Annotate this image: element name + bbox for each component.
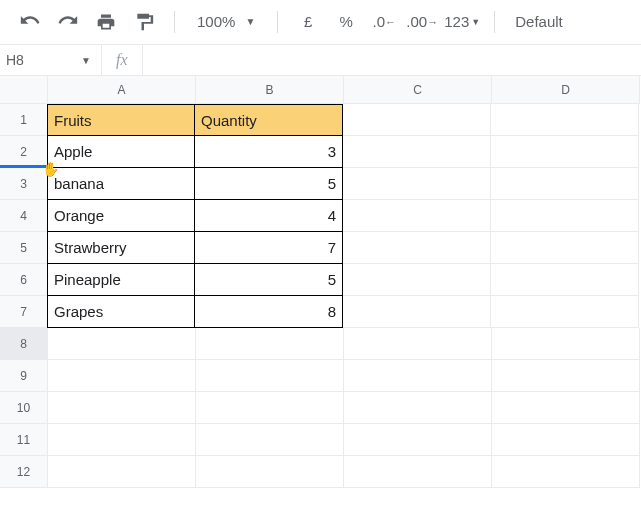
chevron-down-icon: ▼: [81, 55, 91, 66]
row-header-2[interactable]: 2✋: [0, 136, 48, 168]
column-header-D[interactable]: D: [492, 76, 640, 104]
cell-D5[interactable]: [491, 232, 639, 264]
chevron-down-icon: ▼: [245, 16, 255, 27]
cell-C5[interactable]: [343, 232, 491, 264]
more-formats-button[interactable]: 123▼: [444, 7, 480, 37]
cell-B9[interactable]: [196, 360, 344, 392]
cell-C2[interactable]: [343, 136, 491, 168]
cell-A7[interactable]: Grapes: [47, 296, 195, 328]
cell-D7[interactable]: [491, 296, 639, 328]
cell-C9[interactable]: [344, 360, 492, 392]
cell-B1[interactable]: Quantity: [195, 104, 343, 136]
row-resize-indicator: [0, 165, 47, 168]
cell-A10[interactable]: [48, 392, 196, 424]
cell-B11[interactable]: [196, 424, 344, 456]
cell-C6[interactable]: [343, 264, 491, 296]
row: [48, 392, 641, 424]
cell-A9[interactable]: [48, 360, 196, 392]
cell-D12[interactable]: [492, 456, 640, 488]
formula-bar: H8 ▼ fx: [0, 44, 641, 76]
column-header-C[interactable]: C: [344, 76, 492, 104]
cell-D11[interactable]: [492, 424, 640, 456]
select-all-corner[interactable]: [0, 76, 48, 104]
cell-C12[interactable]: [344, 456, 492, 488]
row-header-9[interactable]: 9: [0, 360, 48, 392]
name-box[interactable]: H8 ▼: [0, 45, 102, 75]
row-header-11[interactable]: 11: [0, 424, 48, 456]
undo-button[interactable]: [14, 7, 46, 37]
cell-B4[interactable]: 4: [195, 200, 343, 232]
formula-input[interactable]: [142, 45, 641, 75]
cell-C10[interactable]: [344, 392, 492, 424]
cell-A11[interactable]: [48, 424, 196, 456]
row-header-8[interactable]: 8: [0, 328, 48, 360]
column-header-B[interactable]: B: [196, 76, 344, 104]
row: Pineapple5: [48, 264, 641, 296]
increase-decimal-button[interactable]: .00→: [406, 7, 438, 37]
grab-cursor-icon: ✋: [42, 161, 59, 177]
row: [48, 328, 641, 360]
column-header-A[interactable]: A: [48, 76, 196, 104]
cell-D3[interactable]: [491, 168, 639, 200]
cell-reference: H8: [6, 52, 24, 68]
percent-button[interactable]: %: [330, 7, 362, 37]
cell-D9[interactable]: [492, 360, 640, 392]
cell-A6[interactable]: Pineapple: [47, 264, 195, 296]
cell-D10[interactable]: [492, 392, 640, 424]
cell-D8[interactable]: [492, 328, 640, 360]
zoom-value: 100%: [197, 13, 235, 30]
row-header-5[interactable]: 5: [0, 232, 48, 264]
cell-B8[interactable]: [196, 328, 344, 360]
row: Grapes8: [48, 296, 641, 328]
cell-C11[interactable]: [344, 424, 492, 456]
cell-B2[interactable]: 3: [195, 136, 343, 168]
cell-C4[interactable]: [343, 200, 491, 232]
cell-A4[interactable]: Orange: [47, 200, 195, 232]
cell-D1[interactable]: [491, 104, 639, 136]
row-header-4[interactable]: 4: [0, 200, 48, 232]
separator: [494, 11, 495, 33]
cell-C8[interactable]: [344, 328, 492, 360]
cell-B3[interactable]: 5: [195, 168, 343, 200]
row-header-7[interactable]: 7: [0, 296, 48, 328]
cell-A5[interactable]: Strawberry: [47, 232, 195, 264]
row-header-12[interactable]: 12: [0, 456, 48, 488]
decrease-decimal-button[interactable]: .0←: [368, 7, 400, 37]
row-header-6[interactable]: 6: [0, 264, 48, 296]
cell-C3[interactable]: [343, 168, 491, 200]
row-header-1[interactable]: 1: [0, 104, 48, 136]
row: [48, 456, 641, 488]
cell-B5[interactable]: 7: [195, 232, 343, 264]
cell-A2[interactable]: Apple: [47, 136, 195, 168]
row-headers: 12✋3456789101112: [0, 76, 48, 488]
row-header-10[interactable]: 10: [0, 392, 48, 424]
rows-container: FruitsQuantityApple3banana5Orange4Strawb…: [48, 104, 641, 488]
cell-B7[interactable]: 8: [195, 296, 343, 328]
paint-format-button[interactable]: [128, 7, 160, 37]
print-button[interactable]: [90, 7, 122, 37]
row: Apple3: [48, 136, 641, 168]
row: Strawberry7: [48, 232, 641, 264]
cell-B12[interactable]: [196, 456, 344, 488]
toolbar: 100% ▼ £ % .0← .00→ 123▼ Default: [0, 0, 641, 44]
cell-D2[interactable]: [491, 136, 639, 168]
currency-button[interactable]: £: [292, 7, 324, 37]
cell-D4[interactable]: [491, 200, 639, 232]
cell-C7[interactable]: [343, 296, 491, 328]
zoom-dropdown[interactable]: 100% ▼: [189, 13, 263, 30]
cell-A1[interactable]: Fruits: [47, 104, 195, 136]
fx-label: fx: [102, 51, 142, 69]
separator: [174, 11, 175, 33]
cell-B10[interactable]: [196, 392, 344, 424]
spreadsheet-grid: 12✋3456789101112 ABCD FruitsQuantityAppl…: [0, 76, 641, 488]
cell-A12[interactable]: [48, 456, 196, 488]
cell-D6[interactable]: [491, 264, 639, 296]
row: FruitsQuantity: [48, 104, 641, 136]
redo-button[interactable]: [52, 7, 84, 37]
cell-B6[interactable]: 5: [195, 264, 343, 296]
cell-A8[interactable]: [48, 328, 196, 360]
cell-A3[interactable]: banana: [47, 168, 195, 200]
cell-C1[interactable]: [343, 104, 491, 136]
row-header-3[interactable]: 3: [0, 168, 48, 200]
font-dropdown[interactable]: Default: [509, 13, 569, 30]
